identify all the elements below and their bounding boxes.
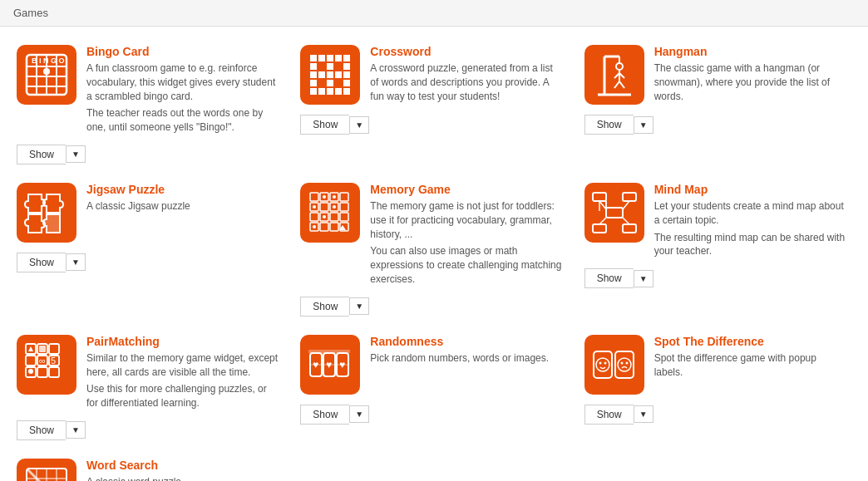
game-item-bingo-card: B I N G O Bingo Card A fun classroom gam… <box>8 35 292 173</box>
jigsaw-title: Jigsaw Puzzle <box>86 183 279 196</box>
svg-rect-97 <box>308 350 350 353</box>
mindmap-show-button[interactable]: Show <box>584 268 634 288</box>
mindmap-title: Mind Map <box>654 183 846 196</box>
hangman-dropdown-button[interactable]: ▼ <box>634 116 653 134</box>
svg-rect-26 <box>318 88 325 95</box>
svg-point-56 <box>323 195 326 199</box>
svg-rect-19 <box>327 71 333 78</box>
svg-rect-24 <box>343 80 350 86</box>
pairmatching-show-button[interactable]: Show <box>17 420 66 440</box>
pairmatching-desc2: Use this for more challenging puzzles, o… <box>86 382 279 410</box>
svg-point-59 <box>333 205 336 209</box>
crossword-show-button[interactable]: Show <box>300 115 349 135</box>
game-item-memory: Memory Game The memory game is not just … <box>292 173 575 325</box>
game-item-jigsaw: Jigsaw Puzzle A classic Jigsaw puzzle Sh… <box>8 173 292 325</box>
svg-rect-65 <box>623 193 636 201</box>
mind-map-icon <box>584 183 644 243</box>
svg-rect-18 <box>318 71 325 78</box>
svg-point-100 <box>596 358 609 371</box>
svg-text:∞: ∞ <box>39 356 46 366</box>
jigsaw-dropdown-button[interactable]: ▼ <box>66 253 86 271</box>
pairmatching-icon: ∞ 5 <box>17 335 76 395</box>
memory-game-dropdown-button[interactable]: ▼ <box>349 297 369 315</box>
svg-rect-11 <box>327 55 333 61</box>
svg-point-103 <box>618 358 631 371</box>
crossword-dropdown-button[interactable]: ▼ <box>349 116 369 134</box>
game-content-crossword: Crossword A crossword puzzle, generated … <box>300 45 562 105</box>
bingo-card-desc2: The teacher reads out the words one by o… <box>86 106 279 135</box>
svg-rect-51 <box>340 213 348 221</box>
mindmap-dropdown-button[interactable]: ▼ <box>634 270 653 287</box>
svg-rect-13 <box>343 55 350 61</box>
jigsaw-text: Jigsaw Puzzle A classic Jigsaw puzzle <box>86 183 279 243</box>
pairmatching-actions: Show ▼ <box>17 420 279 440</box>
hangman-show-button[interactable]: Show <box>584 115 634 135</box>
jigsaw-show-button[interactable]: Show <box>17 253 66 272</box>
wordsearch-desc: A classic word puzzle. <box>86 475 279 481</box>
svg-marker-85 <box>28 346 33 351</box>
pairmatching-title: PairMatching <box>86 335 279 348</box>
memory-game-title: Memory Game <box>370 183 562 196</box>
svg-rect-79 <box>26 356 36 366</box>
spotdiff-text: Spot The Difference Spot the difference … <box>654 335 846 395</box>
wordsearch-icon <box>17 459 76 481</box>
jigsaw-desc: A classic Jigsaw puzzle <box>86 199 279 214</box>
svg-rect-64 <box>593 193 606 201</box>
bingo-card-show-button[interactable]: Show <box>17 145 66 164</box>
bingo-card-actions: Show ▼ <box>17 145 279 164</box>
randomness-show-button[interactable]: Show <box>300 405 349 425</box>
svg-line-73 <box>623 201 629 209</box>
games-grid: B I N G O Bingo Card A fun classroom gam… <box>0 27 868 481</box>
memory-game-show-button[interactable]: Show <box>300 297 349 317</box>
randomness-dropdown-button[interactable]: ▼ <box>349 405 369 423</box>
svg-rect-40 <box>310 193 318 201</box>
game-item-hangman: Hangman The classic game with a hangman … <box>576 35 860 173</box>
game-item-pairmatching: ∞ 5 PairMatching Similar to the memory g… <box>8 325 292 449</box>
game-content-jigsaw: Jigsaw Puzzle A classic Jigsaw puzzle <box>17 183 279 243</box>
svg-rect-88 <box>39 346 46 352</box>
svg-point-104 <box>620 361 623 364</box>
spotdiff-desc: Spot the difference game with popup labe… <box>654 351 846 380</box>
crossword-desc: A crossword puzzle, generated from a lis… <box>370 61 562 103</box>
crossword-actions: Show ▼ <box>300 115 562 135</box>
svg-rect-16 <box>343 63 350 70</box>
svg-text:5: 5 <box>51 356 56 366</box>
hangman-desc: The classic game with a hangman (or snow… <box>654 61 846 103</box>
mindmap-desc2: The resulting mind map can be shared wit… <box>654 231 846 259</box>
svg-rect-21 <box>343 71 350 78</box>
game-content-hangman: Hangman The classic game with a hangman … <box>584 45 846 105</box>
svg-rect-22 <box>310 80 317 86</box>
pairmatching-dropdown-button[interactable]: ▼ <box>66 421 86 439</box>
game-item-wordsearch: Word Search A classic word puzzle. Just … <box>8 449 292 481</box>
svg-point-60 <box>323 215 326 218</box>
svg-rect-12 <box>335 55 342 61</box>
mindmap-desc: Let your students create a mind map abou… <box>654 199 846 228</box>
svg-text:B I N G O: B I N G O <box>32 56 65 65</box>
jigsaw-icon <box>17 183 76 243</box>
randomness-title: Randomness <box>370 335 562 348</box>
svg-point-58 <box>313 205 316 209</box>
svg-point-101 <box>599 361 601 364</box>
svg-point-105 <box>625 361 628 364</box>
wordsearch-text: Word Search A classic word puzzle. Just … <box>86 459 279 481</box>
bingo-card-text: Bingo Card A fun classroom game to e.g. … <box>86 45 279 135</box>
svg-rect-53 <box>320 223 328 231</box>
svg-rect-47 <box>340 203 348 211</box>
svg-rect-63 <box>606 208 623 218</box>
svg-point-7 <box>43 68 50 75</box>
bingo-card-desc: A fun classroom game to e.g. reinforce v… <box>86 61 279 103</box>
game-content-mindmap: Mind Map Let your students create a mind… <box>584 183 846 258</box>
svg-rect-84 <box>49 367 59 377</box>
bingo-card-dropdown-button[interactable]: ▼ <box>66 145 86 163</box>
svg-rect-28 <box>335 88 342 95</box>
svg-rect-43 <box>340 193 348 201</box>
game-item-mindmap: Mind Map Let your students create a mind… <box>576 173 860 325</box>
spotdiff-dropdown-button[interactable]: ▼ <box>634 405 653 423</box>
svg-rect-14 <box>310 63 317 70</box>
svg-rect-45 <box>320 203 328 211</box>
svg-rect-15 <box>327 63 333 70</box>
randomness-actions: Show ▼ <box>300 405 562 425</box>
randomness-icon: ♥ ♥ ♥ <box>300 335 360 395</box>
svg-point-34 <box>616 63 623 70</box>
spotdiff-show-button[interactable]: Show <box>584 405 634 425</box>
